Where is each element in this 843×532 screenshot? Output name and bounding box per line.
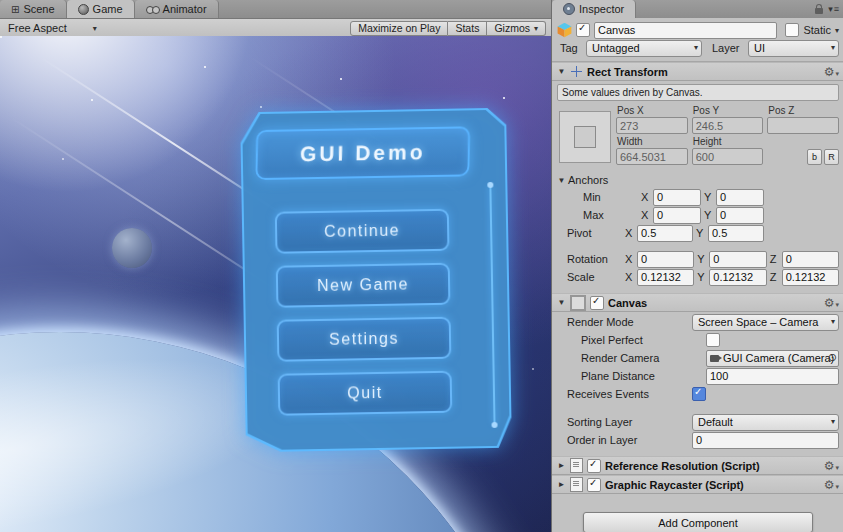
- add-component-button[interactable]: Add Component: [583, 512, 813, 532]
- rotation-label: Rotation: [557, 253, 622, 265]
- tag-label: Tag: [557, 42, 582, 54]
- panel-menu-icon[interactable]: ▾≡: [828, 4, 840, 14]
- chevron-down-icon: ▾: [835, 70, 839, 78]
- reference-resolution-enabled-checkbox[interactable]: [587, 459, 601, 473]
- component-menu[interactable]: ⚙ ▾: [824, 297, 839, 309]
- continue-button[interactable]: Continue: [275, 209, 450, 254]
- inspector-tabstrip: Inspector ▾≡: [552, 0, 843, 19]
- width-label: Width: [616, 135, 688, 147]
- active-checkbox[interactable]: [576, 23, 590, 37]
- canvas-enabled-checkbox[interactable]: [590, 296, 604, 310]
- component-menu[interactable]: ⚙ ▾: [824, 479, 839, 491]
- anchor-min-x-field[interactable]: 0: [653, 189, 701, 206]
- y-axis-label: Y: [704, 209, 713, 221]
- raw-edit-mode-button[interactable]: R: [824, 149, 839, 165]
- tab-game[interactable]: Game: [67, 0, 135, 18]
- x-axis-label: X: [625, 271, 634, 283]
- width-field[interactable]: 664.5031: [616, 148, 688, 165]
- canvas-component-icon: [570, 295, 586, 311]
- height-field[interactable]: 600: [692, 148, 764, 165]
- foldout-open-icon[interactable]: ▼: [557, 67, 566, 76]
- scale-label: Scale: [557, 271, 622, 283]
- maximize-on-play-button[interactable]: Maximize on Play: [350, 21, 448, 36]
- sorting-layer-label: Sorting Layer: [557, 416, 689, 428]
- foldout-closed-icon[interactable]: ►: [557, 461, 566, 470]
- receives-events-checkbox[interactable]: [692, 387, 706, 401]
- tab-animator[interactable]: Animator: [135, 0, 219, 18]
- tab-inspector-label: Inspector: [579, 3, 624, 15]
- script-icon: [570, 477, 583, 492]
- rect-transform-header[interactable]: ▼ Rect Transform ⚙ ▾: [552, 62, 843, 81]
- static-checkbox[interactable]: [785, 23, 799, 37]
- order-in-layer-field[interactable]: 0: [692, 432, 839, 449]
- foldout-open-icon[interactable]: ▼: [557, 298, 566, 307]
- rect-transform-title: Rect Transform: [587, 66, 668, 78]
- height-label: Height: [692, 135, 764, 147]
- order-in-layer-row: Order in Layer 0: [557, 432, 839, 448]
- canvas-component-header[interactable]: ▼ Canvas ⚙ ▾: [552, 293, 843, 312]
- blueprint-mode-button[interactable]: b: [807, 149, 822, 165]
- gear-icon: ⚙: [824, 479, 835, 491]
- tag-dropdown[interactable]: Untagged: [586, 40, 702, 57]
- pos-y-field[interactable]: 246.5: [692, 117, 764, 134]
- rotation-z-field[interactable]: 0: [782, 251, 839, 268]
- gameobject-cube-icon: [557, 23, 572, 38]
- aspect-ratio-dropdown[interactable]: Free Aspect ▾: [2, 20, 103, 36]
- gizmos-dropdown[interactable]: Gizmos ▾: [487, 21, 546, 36]
- component-menu[interactable]: ⚙ ▾: [824, 66, 839, 78]
- tag-value: Untagged: [592, 42, 640, 54]
- scale-y-field[interactable]: 0.12132: [709, 269, 766, 286]
- pivot-x-field[interactable]: 0.5: [637, 225, 693, 242]
- anchors-foldout[interactable]: ▼ Anchors: [557, 173, 839, 187]
- aspect-ratio-label: Free Aspect: [8, 22, 67, 34]
- render-mode-dropdown[interactable]: Screen Space – Camera: [692, 314, 839, 331]
- anchor-max-x-field[interactable]: 0: [653, 207, 701, 224]
- chevron-down-icon: ▾: [534, 24, 538, 33]
- gameobject-name-field[interactable]: Canvas: [594, 22, 777, 39]
- gameobject-header: Canvas Static ▾ Tag Untagged Layer UI: [552, 18, 843, 62]
- rotation-y-field[interactable]: 0: [709, 251, 766, 268]
- x-axis-label: X: [625, 227, 634, 239]
- game-tabstrip: ⊞ Scene Game Animator: [0, 0, 551, 19]
- chevron-down-icon: ▾: [835, 301, 839, 309]
- rotation-x-field[interactable]: 0: [637, 251, 694, 268]
- component-menu[interactable]: ⚙ ▾: [824, 460, 839, 472]
- canvas-component-title: Canvas: [608, 297, 647, 309]
- settings-button[interactable]: Settings: [277, 317, 452, 362]
- reference-resolution-header[interactable]: ► Reference Resolution (Script) ⚙ ▾: [552, 456, 843, 475]
- pivot-y-field[interactable]: 0.5: [708, 225, 764, 242]
- layer-value: UI: [754, 42, 765, 54]
- y-axis-label: Y: [704, 191, 713, 203]
- pos-x-field[interactable]: 273: [616, 117, 688, 134]
- plane-distance-field[interactable]: 100: [706, 368, 839, 385]
- graphic-raycaster-enabled-checkbox[interactable]: [587, 478, 601, 492]
- render-camera-object-field[interactable]: GUI Camera (Camera): [706, 350, 839, 367]
- sorting-layer-row: Sorting Layer Default: [557, 414, 839, 430]
- tab-scene[interactable]: ⊞ Scene: [0, 0, 67, 18]
- scale-z-field[interactable]: 0.12132: [782, 269, 839, 286]
- scene-grid-icon: ⊞: [11, 4, 19, 15]
- anchor-max-y-field[interactable]: 0: [716, 207, 764, 224]
- y-axis-label: Y: [696, 227, 705, 239]
- static-dropdown-icon[interactable]: ▾: [835, 26, 839, 35]
- tab-inspector[interactable]: Inspector: [552, 0, 636, 18]
- layer-dropdown[interactable]: UI: [748, 40, 839, 57]
- graphic-raycaster-header[interactable]: ► Graphic Raycaster (Script) ⚙ ▾: [552, 475, 843, 494]
- lock-icon[interactable]: [815, 8, 823, 14]
- stars: [0, 36, 2, 38]
- anchor-min-y-field[interactable]: 0: [716, 189, 764, 206]
- stats-button[interactable]: Stats: [448, 21, 487, 36]
- anchor-preset-button[interactable]: [559, 111, 611, 163]
- sorting-layer-dropdown[interactable]: Default: [692, 414, 839, 431]
- scale-x-field[interactable]: 0.12132: [637, 269, 694, 286]
- pos-z-label: Pos Z: [767, 104, 839, 116]
- inspector-pane: Inspector ▾≡ Canvas Static ▾ Tag: [551, 0, 843, 532]
- pos-z-field[interactable]: [767, 117, 839, 134]
- moon: [112, 228, 152, 268]
- foldout-closed-icon[interactable]: ►: [557, 480, 566, 489]
- new-game-button[interactable]: New Game: [276, 263, 451, 308]
- pixel-perfect-checkbox[interactable]: [706, 333, 720, 347]
- quit-button[interactable]: Quit: [278, 371, 453, 416]
- rotation-row: Rotation X 0 Y 0 Z 0: [557, 251, 839, 267]
- scale-row: Scale X 0.12132 Y 0.12132 Z 0.12132: [557, 269, 839, 285]
